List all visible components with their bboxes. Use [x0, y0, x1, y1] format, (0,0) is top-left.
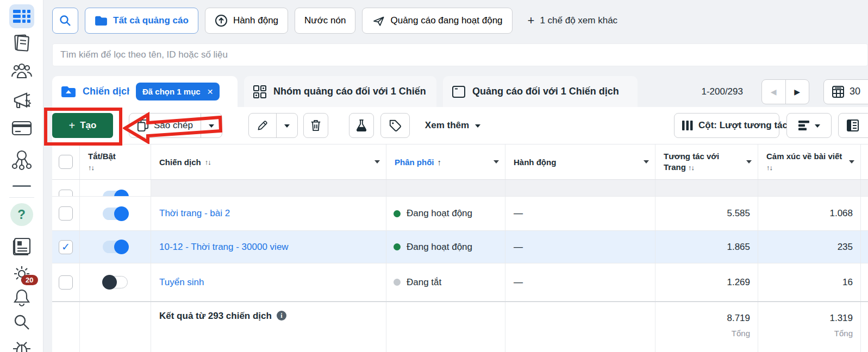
sidebar-item-help[interactable]: ?: [10, 203, 33, 226]
actions-filter-label: Hành động: [233, 15, 278, 26]
chevron-down-icon: [284, 124, 290, 130]
search-input[interactable]: [60, 49, 860, 60]
campaign-name-link[interactable]: Tuyển sinh: [159, 277, 204, 288]
sidebar-divider: [9, 197, 34, 198]
newspaper-icon: [11, 237, 32, 255]
status-text: Đang tắt: [407, 277, 441, 288]
saved-filter-button[interactable]: Nước nón: [295, 8, 355, 34]
sidebar-item-ads-manager[interactable]: [9, 4, 34, 28]
status-dot-off: [394, 279, 401, 286]
ads-manager-app: ? 20: [0, 0, 868, 352]
add-view-button[interactable]: + 1 chế độ xem khác: [528, 15, 618, 27]
chevron-down-icon: [815, 124, 820, 130]
action-cell: —: [505, 197, 655, 230]
campaign-name-link[interactable]: Thời trang - bài 2: [159, 208, 230, 219]
sidebar-item-search[interactable]: [13, 313, 31, 331]
select-all-checkbox[interactable]: [59, 155, 73, 169]
page-engagement-value: 1.269: [655, 263, 758, 301]
org-chart-icon: [11, 149, 33, 171]
header-delivery[interactable]: Phân phối ↑: [386, 144, 505, 179]
page-engagement-value: 1.865: [655, 231, 758, 263]
next-page-button[interactable]: ▶: [785, 80, 809, 104]
chevron-down-icon: [209, 124, 214, 130]
sidebar-collapse-handle[interactable]: [13, 185, 31, 187]
chevron-down-icon[interactable]: [644, 160, 649, 166]
header-page-engagement[interactable]: Tương tác với Trang ↑↓: [655, 144, 758, 179]
page-engagement-value: 5.585: [655, 197, 758, 230]
credit-card-icon: [11, 121, 32, 136]
tab-ads[interactable]: Quảng cáo đối với 1 Chiến dịch: [443, 76, 638, 107]
sidebar-item-report-bug[interactable]: [11, 339, 32, 352]
sidebar-item-billing[interactable]: [11, 121, 32, 136]
sidebar-item-page-posts[interactable]: [11, 237, 32, 255]
chevron-down-icon[interactable]: [374, 160, 380, 166]
add-view-label: 1 chế độ xem khác: [540, 15, 617, 26]
sidebar-item-ads-reporting[interactable]: [11, 33, 32, 53]
selected-count-pill[interactable]: Đã chọn 1 mục ✕: [136, 83, 220, 100]
sidebar-item-audiences[interactable]: [11, 62, 33, 80]
row-toggle[interactable]: [103, 241, 128, 253]
delete-button[interactable]: [303, 113, 328, 138]
reports-button[interactable]: [838, 113, 868, 138]
total-page-engagement: 8.719: [655, 311, 750, 326]
edit-button[interactable]: [249, 114, 276, 137]
active-ads-filter-button[interactable]: Quảng cáo đang hoạt động: [362, 8, 512, 34]
status-text: Đang hoạt động: [407, 208, 472, 219]
create-button[interactable]: + Tạo: [52, 113, 113, 138]
all-ads-filter-button[interactable]: Tất cả quảng cáo: [85, 8, 198, 34]
prev-arrow-icon: ◀: [771, 87, 777, 96]
prev-page-button[interactable]: ◀: [762, 80, 785, 104]
tab-campaigns[interactable]: Chiến dịch Đã chọn 1 mục ✕: [52, 76, 238, 107]
row-checkbox-checked[interactable]: ✓: [59, 240, 73, 254]
row-checkbox[interactable]: [59, 275, 73, 290]
page-size-button[interactable]: 30: [823, 79, 868, 104]
report-doc-icon: [846, 119, 859, 132]
edit-dropdown[interactable]: [276, 114, 297, 137]
search-filter-button[interactable]: [52, 8, 78, 34]
tag-button[interactable]: [380, 113, 410, 138]
chevron-down-icon[interactable]: [494, 160, 499, 166]
row-checkbox[interactable]: [59, 206, 73, 221]
clear-selection-icon[interactable]: ✕: [207, 87, 214, 96]
row-toggle[interactable]: [103, 191, 128, 197]
sort-arrows-icon: ↑↓: [88, 164, 94, 172]
campaign-folder-icon: [61, 85, 76, 98]
sidebar-item-business-structure[interactable]: [11, 149, 33, 171]
info-icon[interactable]: i: [277, 311, 286, 320]
reports-icon: [11, 33, 32, 53]
columns-button[interactable]: Cột: Lượt tương tác: [674, 113, 779, 138]
copy-icon: [137, 119, 149, 132]
more-actions-button[interactable]: Xem thêm: [425, 120, 480, 131]
sort-arrows-icon: ↑↓: [205, 158, 211, 166]
tab-adsets[interactable]: Nhóm quảng cáo đối với 1 Chiến dịch: [244, 76, 436, 107]
sidebar-item-automated-rules[interactable]: [11, 91, 32, 111]
duplicate-button[interactable]: Sao chép: [129, 114, 201, 137]
paper-plane-icon: [372, 14, 385, 27]
header-toggle-label: Tắt/Bật: [88, 152, 116, 161]
action-toolbar: + Tạo Sao chép: [52, 107, 868, 144]
header-action[interactable]: Hành động: [505, 144, 655, 179]
pagination-range: 1-200/293: [701, 86, 755, 97]
table-footer-row: Kết quả từ 293 chiến dịch i 8.719 Tổng 1…: [52, 301, 868, 352]
bell-icon: [12, 287, 32, 307]
ab-test-button[interactable]: [349, 113, 374, 138]
chevron-down-icon: [475, 124, 480, 130]
chevron-down-icon[interactable]: [849, 160, 854, 166]
sidebar-item-notifications[interactable]: 20: [11, 287, 33, 307]
tab-adsets-label: Nhóm quảng cáo đối với 1 Chiến dịch: [273, 86, 428, 97]
table-row-selected: ✓ 10-12 - Thời trang - 30000 view Đang h…: [52, 231, 868, 263]
breakdown-button[interactable]: [786, 113, 832, 138]
table-row: Tuyển sinh Đang tắt — 1.269 16: [52, 263, 868, 301]
duplicate-dropdown[interactable]: [201, 114, 222, 137]
campaign-name-link[interactable]: 10-12 - Thời trang - 30000 view: [159, 242, 289, 253]
total-post-reactions: 1.319: [758, 311, 853, 326]
header-campaign[interactable]: Chiến dịch ↑↓: [151, 144, 386, 179]
chevron-down-icon[interactable]: [746, 160, 752, 166]
header-post-reactions[interactable]: Cảm xúc về bài viết ↑↓: [758, 144, 860, 179]
actions-filter-button[interactable]: Hành động: [205, 8, 288, 34]
header-toggle[interactable]: Tắt/Bật ↑↓: [79, 144, 151, 179]
row-checkbox[interactable]: [59, 190, 73, 196]
total-label: Tổng: [655, 326, 750, 341]
row-toggle[interactable]: [103, 276, 128, 288]
row-toggle[interactable]: [103, 208, 128, 220]
